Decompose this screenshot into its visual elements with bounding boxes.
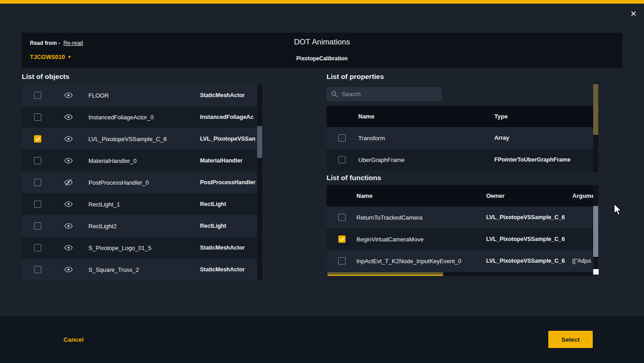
functions-scrollbar[interactable]: [593, 185, 598, 274]
object-name: MaterialHandler_0: [88, 157, 200, 164]
accent-topbar: [0, 0, 644, 4]
object-name: PostProcessHandler_0: [88, 179, 200, 186]
mouse-cursor: [613, 203, 622, 216]
object-checkbox[interactable]: [34, 135, 41, 142]
properties-scrollbar[interactable]: [593, 83, 598, 172]
eye-icon[interactable]: [64, 178, 73, 187]
object-checkbox[interactable]: [34, 201, 41, 208]
objects-scrollbar-thumb[interactable]: [257, 126, 262, 158]
dot-animations-dialog: ✕ Read from -Re-read TJCGWS010 ▾ DOT Ani…: [0, 0, 644, 363]
property-checkbox[interactable]: [338, 134, 346, 142]
object-type: StaticMeshActor: [200, 245, 256, 251]
object-checkbox[interactable]: [34, 179, 41, 186]
properties-scrollbar-thumb[interactable]: [593, 84, 598, 135]
function-name: InpActEvt_T_K2Node_InputKeyEvent_0: [356, 258, 486, 265]
object-type: InstancedFoliageAc: [200, 114, 256, 120]
functions-column-name: Name: [356, 192, 486, 199]
object-row[interactable]: S_Pixotope_Logo_01_5 StaticMeshActor: [22, 237, 262, 259]
functions-heading: List of functions: [327, 174, 381, 182]
object-row[interactable]: RectLight_1 RectLight: [22, 193, 262, 215]
object-checkbox[interactable]: [34, 157, 41, 164]
properties-table: Name Type Transform Array UberGraphFrame…: [327, 106, 593, 171]
functions-column-arguments: Arguments: [572, 192, 593, 199]
object-name: S_Pixotope_Logo_01_5: [88, 245, 200, 251]
functions-table-header: Name Owner Arguments: [327, 185, 593, 206]
close-icon[interactable]: ✕: [630, 10, 637, 18]
eye-icon[interactable]: [64, 113, 73, 122]
function-arguments: [{"Adjus: [572, 258, 593, 264]
function-owner: LVL_PixotopeVSSample_C_6: [486, 236, 572, 242]
object-type: StaticMeshActor: [200, 266, 256, 273]
property-name: UberGraphFrame: [358, 157, 494, 163]
object-checkbox[interactable]: [34, 222, 41, 230]
search-input[interactable]: [342, 91, 437, 98]
objects-scrollbar[interactable]: [257, 84, 262, 280]
object-row[interactable]: InstancedFoliageActor_0 InstancedFoliage…: [22, 106, 262, 128]
functions-table: Name Owner Arguments ReturnToTrackedCame…: [327, 185, 593, 272]
properties-column-name: Name: [358, 113, 494, 120]
object-row[interactable]: MaterialHandler_0 MaterialHandler: [22, 150, 262, 172]
function-owner: LVL_PixotopeVSSample_C_6: [486, 214, 572, 221]
functions-horizontal-scrollbar[interactable]: [327, 272, 593, 276]
object-row[interactable]: FLOOR StaticMeshActor: [22, 84, 262, 106]
properties-heading: List of properties: [327, 73, 384, 81]
checkmark-icon: [35, 137, 40, 141]
horizontal-scrollbar-thumb[interactable]: [327, 272, 443, 276]
select-button[interactable]: Select: [548, 331, 593, 348]
property-row[interactable]: UberGraphFrame FPointerToUberGraphFrame: [327, 149, 593, 171]
function-owner: LVL_PixotopeVSSample_C_6: [486, 258, 572, 264]
object-type: RectLight: [200, 201, 256, 207]
properties-table-header: Name Type: [327, 106, 593, 127]
search-box[interactable]: [327, 87, 442, 101]
eye-icon[interactable]: [64, 265, 73, 274]
object-row[interactable]: S_Square_Truss_2 StaticMeshActor: [22, 259, 262, 280]
object-row[interactable]: PostProcessHandler_0 PostProcessHandler: [22, 172, 262, 193]
object-checkbox[interactable]: [34, 92, 41, 99]
eye-icon[interactable]: [64, 91, 73, 100]
function-checkbox[interactable]: [338, 235, 346, 243]
objects-heading: List of objects: [22, 73, 69, 81]
object-name: S_Square_Truss_2: [88, 266, 200, 273]
functions-rows: ReturnToTrackedCamera LVL_PixotopeVSSamp…: [327, 206, 593, 272]
function-row[interactable]: BeginVirtualCameraMove LVL_PixotopeVSSam…: [327, 228, 593, 250]
function-checkbox[interactable]: [338, 214, 346, 221]
properties-column-type: Type: [494, 113, 593, 120]
eye-icon[interactable]: [64, 134, 73, 143]
property-row[interactable]: Transform Array: [327, 127, 593, 149]
eye-icon[interactable]: [64, 200, 73, 209]
function-name: BeginVirtualCameraMove: [356, 236, 486, 243]
object-name: LVL_PixotopeVSSample_C_6: [88, 136, 200, 142]
function-row[interactable]: ReturnToTrackedCamera LVL_PixotopeVSSamp…: [327, 206, 593, 228]
cancel-button[interactable]: Cancel: [63, 336, 83, 343]
object-type: LVL_PixotopeVSSan: [200, 136, 256, 142]
eye-icon[interactable]: [64, 221, 73, 231]
objects-rows: FLOOR StaticMeshActor InstancedFoliageAc…: [22, 84, 262, 280]
eye-icon[interactable]: [64, 156, 73, 165]
function-row[interactable]: InpActEvt_T_K2Node_InputKeyEvent_0 LVL_P…: [327, 250, 593, 272]
object-type: RectLight: [200, 223, 256, 229]
object-type: StaticMeshActor: [200, 92, 256, 98]
eye-icon[interactable]: [64, 243, 73, 252]
functions-scrollbar-thumb[interactable]: [593, 206, 598, 257]
object-row[interactable]: RectLight2 RectLight: [22, 215, 262, 237]
object-row[interactable]: LVL_PixotopeVSSample_C_6 LVL_PixotopeVSS…: [22, 128, 262, 150]
object-name: RectLight2: [88, 223, 200, 230]
object-checkbox[interactable]: [34, 113, 41, 121]
object-checkbox[interactable]: [34, 244, 41, 251]
checkmark-icon: [340, 237, 345, 241]
objects-table: FLOOR StaticMeshActor InstancedFoliageAc…: [22, 84, 262, 280]
function-checkbox[interactable]: [338, 257, 346, 265]
dialog-header: Read from -Re-read TJCGWS010 ▾ DOT Anima…: [22, 33, 622, 68]
search-icon: [331, 91, 338, 98]
property-checkbox[interactable]: [338, 156, 346, 163]
function-name: ReturnToTrackedCamera: [356, 214, 486, 221]
dialog-subtitle: PixotopeCalibration: [22, 55, 622, 62]
object-checkbox[interactable]: [34, 266, 41, 273]
object-name: RectLight_1: [88, 201, 200, 208]
property-type: FPointerToUberGraphFrame: [494, 157, 590, 163]
object-type: PostProcessHandler: [200, 179, 256, 186]
dialog-title: DOT Animations: [22, 38, 622, 47]
functions-column-owner: Owner: [486, 192, 572, 199]
scrollbar-corner: [593, 269, 599, 275]
object-type: MaterialHandler: [200, 157, 256, 164]
